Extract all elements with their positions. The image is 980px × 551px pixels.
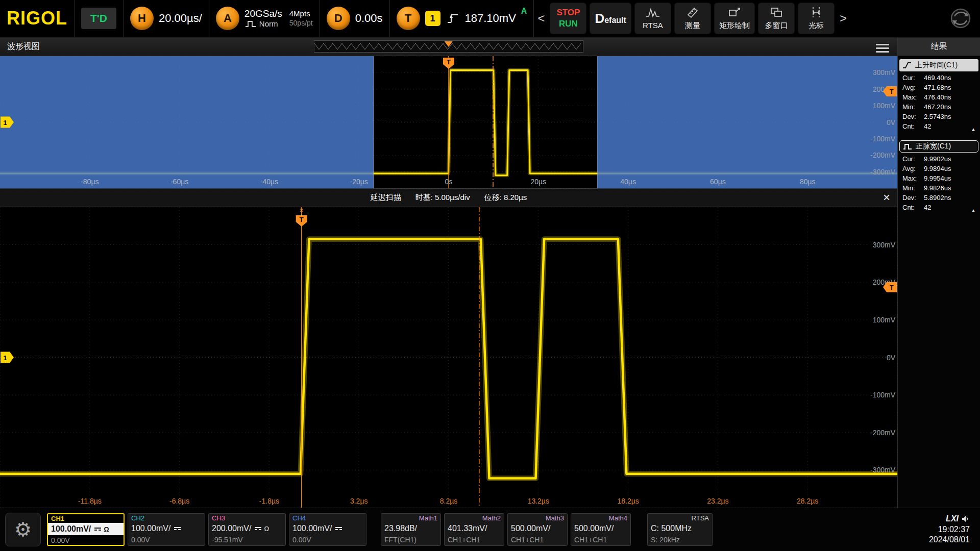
channel-box-ch3[interactable]: CH3 200.00mV/ Ω -95.51mV: [208, 513, 286, 546]
system-date: 2024/08/01: [929, 535, 970, 545]
channel1-marker: [1, 352, 14, 363]
time-label: -80µs: [81, 178, 99, 186]
measurement-values: Cur:9.9902us Avg:9.9894us Max:9.9954us M…: [899, 153, 978, 212]
time-label: 20µs: [530, 178, 546, 186]
volt-label: -200mV: [870, 429, 896, 437]
svg-text:T: T: [300, 216, 304, 223]
math-box-math4[interactable]: Math4 500.00mV/ CH1+CH1: [571, 513, 631, 546]
delay-sweep-bar: 延迟扫描 时基: 5.00µs/div 位移: 8.20µs ×: [0, 189, 897, 207]
time-label: 23.2µs: [707, 497, 728, 505]
dc-coupling-icon: [255, 527, 261, 530]
rtsa-button[interactable]: RTSA: [634, 3, 671, 34]
record-navigator[interactable]: [314, 40, 583, 53]
bottom-channel-bar: ⚙ CH1 100.00mV/ Ω 0.00V CH2 100.00mV/ 0.…: [0, 508, 980, 551]
time-label: 8.2µs: [440, 497, 458, 505]
measure-button[interactable]: 测量: [674, 3, 711, 34]
delay-value[interactable]: 0.00s: [355, 12, 383, 25]
expand-triangle-icon[interactable]: ▲: [971, 127, 976, 132]
rtsa-box[interactable]: RTSA C: 500MHz S: 20kHz: [647, 513, 713, 546]
measurement-pulse-width[interactable]: 正脉宽(C1) Cur:9.9902us Avg:9.9894us Max:9.…: [899, 140, 978, 217]
clock-panel: LXI 19:02:37 2024/08/01: [929, 514, 975, 545]
channel-box-ch1[interactable]: CH1 100.00mV/ Ω 0.00V: [47, 513, 125, 546]
delay-sweep-offset: 位移: 8.20µs: [484, 193, 527, 203]
close-icon[interactable]: ×: [883, 190, 890, 205]
pulse-width-icon: [902, 143, 913, 150]
volt-label: 300mV: [873, 241, 896, 249]
delay-group[interactable]: D 0.00s: [320, 0, 390, 37]
svg-text:T: T: [890, 88, 894, 95]
run-label: RUN: [559, 19, 578, 29]
delayed-sweep-view[interactable]: ×T-11.8µs-6.8µs-1.8µs3.2µs8.2µs13.2µs18.…: [0, 207, 897, 508]
math-box-math2[interactable]: Math2 401.33mV/ CH1+CH1: [444, 513, 504, 546]
measurement-header[interactable]: 正脉宽(C1): [899, 140, 978, 153]
dc-coupling-icon: [94, 528, 101, 531]
cursor-icon: [810, 6, 823, 18]
trigger-source-badge[interactable]: 1: [425, 11, 440, 26]
top-toolbar: RIGOL T'D H 20.00µs/ A 20GSa/s Norm 4Mpt…: [0, 0, 980, 38]
main-sweep-view[interactable]: T-80µs-60µs-40µs-20µs0s20µs40µs60µs80µs3…: [0, 56, 897, 189]
zoom-shade-left: [0, 56, 373, 188]
measurement-header[interactable]: 上升时间(C1): [899, 59, 978, 71]
acquisition-badge[interactable]: A: [216, 7, 239, 30]
channel-name: CH3: [209, 514, 285, 522]
channel-name: CH2: [128, 514, 205, 522]
math-box-math1[interactable]: Math1 23.98dB/ FFT(CH1): [381, 513, 441, 546]
acquisition-group[interactable]: A 20GSa/s Norm 4Mpts 50ps/pt: [209, 0, 320, 37]
time-label: 40µs: [620, 178, 636, 186]
settings-gear-button[interactable]: ⚙: [5, 513, 41, 546]
svg-text:1: 1: [3, 354, 7, 362]
expand-right-icon[interactable]: >: [836, 11, 850, 26]
globe-arrows-icon[interactable]: [948, 6, 973, 31]
horizontal-badge[interactable]: H: [130, 7, 154, 30]
volt-label: -300mV: [870, 466, 896, 474]
collapse-left-icon[interactable]: <: [534, 11, 548, 26]
volt-label: 0V: [887, 118, 896, 127]
volt-label: 0V: [887, 354, 896, 362]
run-stop-button[interactable]: STOP RUN: [550, 3, 586, 34]
channel-box-ch2[interactable]: CH2 100.00mV/ 0.00V: [128, 513, 205, 546]
trigger-level-value[interactable]: 187.10mV: [465, 12, 516, 25]
trigger-cross-mark: ×: [300, 207, 304, 214]
sample-rate: 20GSa/s: [244, 8, 282, 19]
channel-box-ch4[interactable]: CH4 100.00mV/ 0.00V: [289, 513, 366, 546]
multi-window-button[interactable]: 多窗口: [758, 3, 795, 34]
cursor-button[interactable]: 光标: [798, 3, 835, 34]
gear-icon: ⚙: [14, 518, 32, 541]
measurement-rise-time[interactable]: 上升时间(C1) Cur:469.40ns Avg:471.68ns Max:4…: [899, 59, 978, 136]
time-label: 13.2µs: [528, 497, 549, 505]
dc-coupling-icon: [174, 527, 181, 530]
trigger-group[interactable]: T 1 187.10mV A: [390, 0, 534, 37]
time-label: 80µs: [800, 178, 816, 186]
default-label: Default: [595, 11, 626, 27]
math-box-math3[interactable]: Math3 500.00mV/ CH1+CH1: [507, 513, 568, 546]
rise-time-icon: [902, 62, 912, 69]
time-label: 18.2µs: [617, 497, 639, 505]
impedance-icon: Ω: [104, 525, 109, 533]
rigol-logo: RIGOL: [7, 8, 67, 29]
default-button[interactable]: Default: [590, 3, 631, 34]
navigator-waveform: [314, 41, 582, 52]
rtsa-name: RTSA: [648, 514, 712, 522]
menu-icon[interactable]: [876, 42, 889, 55]
multi-window-icon: [770, 6, 783, 18]
time-label: -6.8µs: [169, 497, 189, 505]
sample-resolution: 50ps/pt: [289, 19, 313, 28]
channel-scale: 100.00mV/ Ω: [48, 523, 124, 535]
impedance-icon: Ω: [264, 525, 269, 533]
trigger-auto-flag: A: [521, 7, 527, 16]
math-name: Math3: [508, 514, 567, 522]
rect-draw-button[interactable]: 矩形绘制: [714, 3, 755, 34]
rect-draw-icon: [728, 6, 741, 18]
horizontal-group[interactable]: H 20.00µs/: [124, 0, 209, 37]
trigger-badge[interactable]: T: [397, 7, 420, 30]
acquisition-mode: Norm: [259, 19, 278, 28]
svg-text:1: 1: [3, 119, 7, 127]
speaker-icon[interactable]: [962, 515, 970, 522]
time-label: -1.8µs: [259, 497, 279, 505]
expand-triangle-icon[interactable]: ▲: [971, 208, 976, 213]
delay-badge[interactable]: D: [327, 7, 350, 30]
horizontal-scale[interactable]: 20.00µs/: [159, 12, 202, 25]
trigger-status-badge: T'D: [81, 8, 116, 29]
results-panel: 结果 上升时间(C1) Cur:469.40ns Avg:471.68ns Ma…: [897, 38, 980, 508]
volt-label: -300mV: [870, 168, 896, 176]
